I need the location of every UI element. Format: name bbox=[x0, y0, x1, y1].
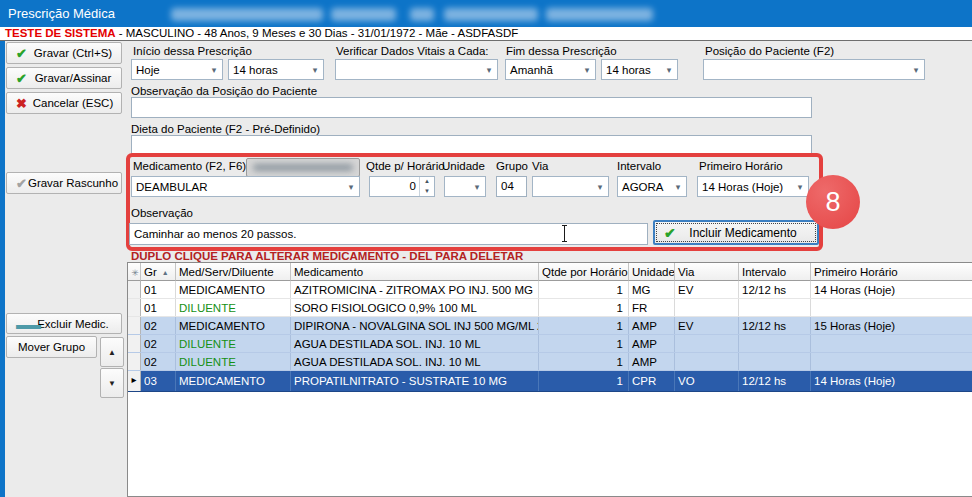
intervalo-select[interactable]: AGORA ▾ bbox=[617, 176, 687, 197]
chevron-down-icon: ▾ bbox=[206, 65, 222, 75]
via-select[interactable]: ▾ bbox=[532, 176, 609, 197]
qtde-value: 0 bbox=[370, 177, 419, 196]
cell-med: AGUA DESTILADA SOL. INJ. 10 ML bbox=[291, 335, 539, 352]
cell-via bbox=[675, 299, 739, 316]
table-row[interactable]: 01MEDICAMENTOAZITROMICINA - ZITROMAX PO … bbox=[128, 281, 972, 299]
grid-caption: DUPLO CLIQUE PARA ALTERAR MEDICAMENTO - … bbox=[131, 250, 523, 262]
obs-posicao-label: Observação da Posição do Paciente bbox=[131, 85, 317, 97]
cell-tipo: MEDICAMENTO bbox=[176, 281, 291, 298]
spin-up-icon[interactable]: ▲ bbox=[420, 177, 434, 187]
check-icon: ✔ bbox=[16, 177, 27, 190]
table-row[interactable]: 02MEDICAMENTODIPIRONA - NOVALGINA SOL IN… bbox=[128, 317, 972, 335]
grupo-input[interactable]: 04 bbox=[496, 176, 527, 197]
include-medication-button[interactable]: ✔ Incluir Medicamento bbox=[653, 220, 819, 245]
cell-primeiro bbox=[811, 335, 972, 352]
chevron-down-icon: ▾ bbox=[792, 182, 808, 192]
col-header-tipo[interactable]: Med/Serv/Diluente bbox=[176, 263, 291, 281]
cell-intervalo bbox=[739, 299, 811, 316]
chevron-down-icon: ▾ bbox=[579, 65, 595, 75]
obs-posicao-input[interactable] bbox=[131, 97, 812, 118]
unidade-label: Unidade bbox=[442, 160, 485, 172]
minus-icon: ▬▬ bbox=[16, 317, 40, 330]
cell-intervalo bbox=[739, 335, 811, 352]
posicao-paciente-select[interactable]: ▾ bbox=[703, 59, 925, 80]
save-button[interactable]: ✔ Gravar (Ctrl+S) bbox=[6, 42, 122, 64]
step-badge: 8 bbox=[806, 175, 860, 229]
save-draft-button[interactable]: ✔ Gravar Rascunho bbox=[6, 172, 122, 194]
spin-down-icon[interactable]: ▼ bbox=[420, 187, 434, 197]
grupo-label: Grupo bbox=[496, 160, 528, 172]
chevron-down-icon: ▾ bbox=[481, 65, 497, 75]
cell-qtde: 1 bbox=[539, 317, 629, 334]
cell-unidade: AMP bbox=[629, 335, 675, 352]
cell-qtde: 1 bbox=[539, 353, 629, 370]
observacao-input[interactable]: Caminhar ao menos 20 passos. bbox=[129, 223, 648, 245]
qtde-stepper[interactable]: 0 ▲ ▼ bbox=[369, 176, 435, 197]
primeiro-horario-select[interactable]: 14 Horas (Hoje) ▾ bbox=[697, 176, 809, 197]
move-group-down-button[interactable]: ▼ bbox=[100, 368, 124, 398]
cell-qtde: 1 bbox=[539, 371, 629, 391]
col-header-intervalo[interactable]: Intervalo bbox=[739, 263, 811, 281]
cell-med: PROPATILNITRATO - SUSTRATE 10 MG bbox=[291, 371, 539, 391]
redacted-title-text bbox=[546, 8, 653, 21]
row-indicator bbox=[128, 335, 141, 352]
move-group-up-button[interactable]: ▲ bbox=[100, 337, 124, 367]
cell-primeiro: 15 Horas (Hoje) bbox=[811, 317, 972, 334]
table-row[interactable]: ▸03MEDICAMENTOPROPATILNITRATO - SUSTRATE… bbox=[128, 371, 972, 392]
cell-gr: 01 bbox=[141, 281, 176, 298]
check-icon: ✔ bbox=[16, 72, 27, 85]
grid-header: ✳ Gr▲ Med/Serv/Diluente Medicamento Qtde… bbox=[128, 263, 972, 281]
fim-day-select[interactable]: Amanhã ▾ bbox=[505, 59, 596, 80]
dados-vitais-select[interactable]: ▾ bbox=[335, 59, 498, 80]
cell-intervalo: 12/12 hs bbox=[739, 317, 811, 334]
cell-gr: 02 bbox=[141, 335, 176, 352]
col-header-via[interactable]: Via bbox=[675, 263, 739, 281]
col-header-qtde[interactable]: Qtde por Horário bbox=[539, 263, 629, 281]
cell-primeiro: 14 Horas (Hoje) bbox=[811, 281, 972, 298]
cell-qtde: 1 bbox=[539, 281, 629, 298]
cell-tipo: DILUENTE bbox=[176, 299, 291, 316]
patient-name: TESTE DE SISTEMA bbox=[5, 27, 116, 39]
cell-tipo: MEDICAMENTO bbox=[176, 371, 291, 391]
delete-medication-button[interactable]: ▬▬ Excluir Medic. bbox=[6, 313, 122, 334]
col-header-primeiro[interactable]: Primeiro Horário bbox=[811, 263, 972, 281]
col-header-medicamento[interactable]: Medicamento bbox=[291, 263, 539, 281]
redacted-title-text bbox=[171, 8, 323, 21]
move-group-button[interactable]: Mover Grupo bbox=[6, 336, 97, 358]
fim-time-select[interactable]: 14 horas ▾ bbox=[601, 59, 678, 80]
row-pointer-icon: ▸ bbox=[128, 371, 141, 391]
cell-tipo: DILUENTE bbox=[176, 353, 291, 370]
col-header-unidade[interactable]: Unidade bbox=[629, 263, 675, 281]
col-header-gr[interactable]: Gr▲ bbox=[141, 263, 176, 281]
cell-via: VO bbox=[675, 371, 739, 391]
cell-primeiro bbox=[811, 299, 972, 316]
redacted-button[interactable] bbox=[246, 158, 360, 177]
table-row[interactable]: 01DILUENTESORO FISIOLOGICO 0,9% 100 ML1F… bbox=[128, 299, 972, 317]
check-icon: ✔ bbox=[664, 225, 676, 241]
inicio-day-select[interactable]: Hoje ▾ bbox=[131, 59, 223, 80]
inicio-time-value: 14 horas bbox=[229, 64, 307, 76]
row-indicator bbox=[128, 317, 141, 334]
fim-prescricao-label: Fim dessa Prescrição bbox=[506, 45, 617, 57]
via-label: Via bbox=[532, 160, 548, 172]
save-sign-button[interactable]: ✔ Gravar/Assinar bbox=[6, 67, 122, 89]
table-row[interactable]: 02DILUENTEAGUA DESTILADA SOL. INJ. 10 ML… bbox=[128, 335, 972, 353]
qtde-label: Qtde p/ Horário bbox=[366, 160, 445, 172]
dados-vitais-label: Verificar Dados Vitais a Cada: bbox=[336, 45, 489, 57]
redacted-title-text bbox=[331, 8, 396, 21]
cancel-button[interactable]: ✖ Cancelar (ESC) bbox=[6, 92, 122, 114]
patient-details: - MASCULINO - 48 Anos, 9 Meses e 30 Dias… bbox=[116, 27, 519, 39]
asterisk-icon: ✳ bbox=[129, 268, 139, 278]
table-row[interactable]: 02DILUENTEAGUA DESTILADA SOL. INJ. 10 ML… bbox=[128, 353, 972, 371]
cell-med: SORO FISIOLOGICO 0,9% 100 ML bbox=[291, 299, 539, 316]
posicao-paciente-label: Posição do Paciente (F2) bbox=[705, 45, 834, 57]
chevron-down-icon: ▾ bbox=[343, 182, 359, 192]
cell-via bbox=[675, 353, 739, 370]
chevron-down-icon: ▾ bbox=[469, 182, 485, 192]
medicamento-select[interactable]: DEAMBULAR ▾ bbox=[131, 176, 360, 197]
unidade-select[interactable]: ▾ bbox=[444, 176, 486, 197]
cell-via: EV bbox=[675, 317, 739, 334]
text-cursor bbox=[561, 225, 568, 242]
cell-unidade: MG bbox=[629, 281, 675, 298]
inicio-time-select[interactable]: 14 horas ▾ bbox=[228, 59, 324, 80]
